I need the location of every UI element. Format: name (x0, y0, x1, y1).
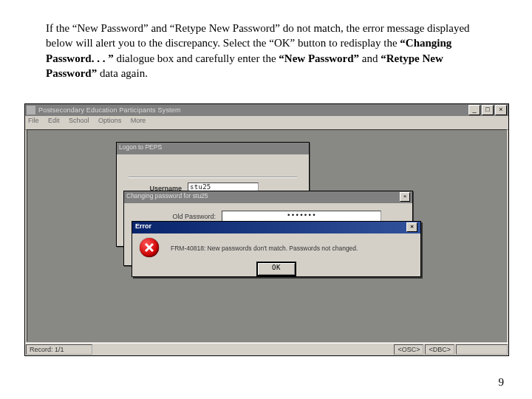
main-area: Logon to PEPS Username stu25 Changing pa… (27, 129, 507, 342)
maximize-button[interactable]: □ (482, 105, 494, 115)
app-window: Postsecondary Education Participants Sys… (24, 103, 509, 356)
titlebar: Postsecondary Education Participants Sys… (25, 104, 508, 116)
chgpwd-close-button[interactable]: × (400, 192, 410, 202)
status-empty (456, 344, 508, 355)
instruction-bold-d: “New Password” (279, 52, 359, 64)
error-title-text: Error (135, 222, 406, 233)
status-record: Record: 1/1 (26, 344, 92, 355)
menu-file[interactable]: File (28, 117, 39, 124)
chgpwd-title-text: Changing password for stu25 (126, 192, 400, 202)
page-number: 9 (499, 376, 505, 389)
menu-edit[interactable]: Edit (48, 117, 60, 124)
error-close-button[interactable]: × (406, 222, 417, 232)
error-message: FRM-40818: New passwords don't match. Pa… (171, 245, 413, 252)
app-icon (27, 106, 35, 115)
instruction-paragraph: If the “New Password” and “Retype New Pa… (0, 0, 532, 88)
menu-school[interactable]: School (69, 117, 89, 124)
instruction-text-g: data again. (97, 67, 148, 79)
old-password-input[interactable]: ••••••• (222, 211, 381, 222)
menubar: File Edit School Options More (25, 116, 508, 130)
error-icon (140, 238, 160, 259)
instruction-text-c: dialogue box and carefully enter the (114, 52, 279, 64)
app-title: Postsecondary Education Participants Sys… (38, 106, 468, 114)
statusbar: Record: 1/1 <OSC> <DBC> (25, 343, 508, 355)
old-password-label: Old Password: (134, 213, 222, 220)
status-indicator-2: <DBC> (425, 344, 454, 355)
status-indicator-1: <OSC> (394, 344, 423, 355)
ok-button[interactable]: OK (256, 262, 296, 276)
chgpwd-titlebar: Changing password for stu25 × (124, 191, 412, 203)
logon-title: Logon to PEPS (117, 143, 309, 154)
close-button[interactable]: × (495, 105, 507, 115)
minimize-button[interactable]: _ (468, 105, 480, 115)
menu-options[interactable]: Options (98, 117, 121, 124)
error-dialog: Error × FRM-40818: New passwords don't m… (132, 221, 421, 277)
error-titlebar: Error × (132, 222, 420, 233)
menu-more[interactable]: More (131, 117, 146, 124)
instruction-text-e: and (359, 52, 381, 64)
